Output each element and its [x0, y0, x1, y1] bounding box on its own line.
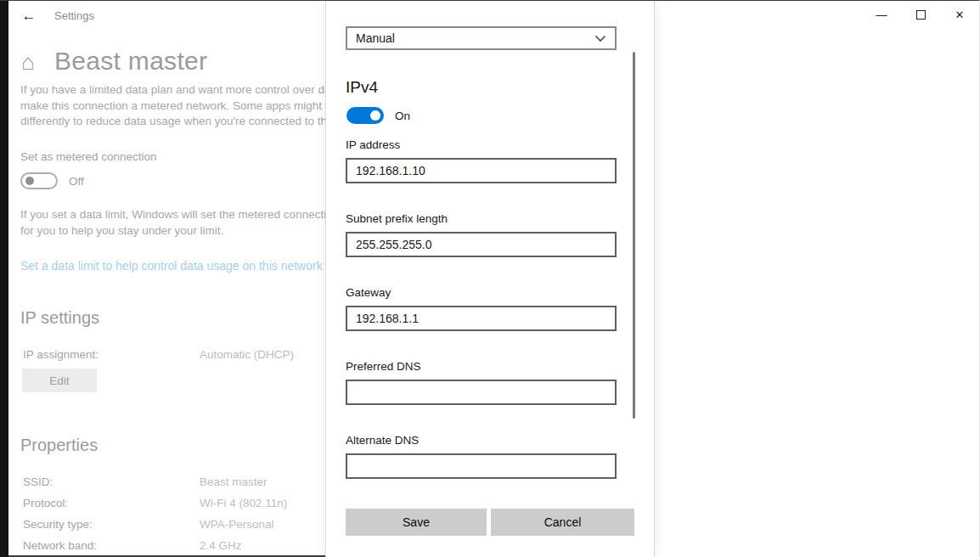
app-title: Settings [54, 9, 94, 22]
ip-address-input[interactable] [346, 158, 617, 183]
save-button[interactable]: Save [346, 509, 487, 536]
ipv4-heading: IPv4 [346, 78, 378, 97]
property-label-network-band: Network band: [23, 539, 97, 552]
ip-settings-heading: IP settings [20, 308, 99, 328]
cancel-button[interactable]: Cancel [491, 509, 634, 536]
close-button[interactable]: ✕ [940, 1, 979, 28]
ip-assignment-dropdown[interactable]: Manual [346, 26, 617, 50]
toggle-knob [25, 177, 34, 185]
alternate-dns-input[interactable] [346, 453, 617, 479]
maximize-icon [916, 10, 926, 20]
property-value-protocol: Wi-Fi 4 (802.11n) [200, 497, 287, 509]
metered-connection-toggle[interactable] [20, 172, 58, 189]
maximize-button[interactable] [901, 1, 940, 28]
alternate-dns-label: Alternate DNS [346, 434, 617, 447]
property-label-protocol: Protocol: [23, 497, 68, 509]
alternate-dns-field: Alternate DNS [346, 434, 617, 479]
edit-ip-settings-button[interactable]: Edit [22, 369, 97, 392]
subnet-prefix-input[interactable] [346, 232, 617, 257]
back-button[interactable]: ← [15, 6, 42, 26]
minimize-icon: — [876, 8, 887, 21]
home-icon: ⌂ [21, 49, 35, 76]
ip-assignment-value: Automatic (DHCP) [200, 348, 294, 361]
preferred-dns-field: Preferred DNS [346, 360, 617, 405]
preferred-dns-label: Preferred DNS [346, 360, 617, 373]
metered-toggle-label: Set as metered connection [20, 150, 157, 163]
ipv4-toggle[interactable] [346, 107, 384, 124]
ipv4-toggle-state: On [395, 110, 410, 122]
subnet-prefix-field: Subnet prefix length [346, 212, 617, 257]
window-left-border [0, 1, 8, 557]
chevron-down-icon [594, 35, 606, 42]
gateway-input[interactable] [346, 306, 617, 331]
subnet-prefix-label: Subnet prefix length [346, 212, 617, 225]
window-caption-controls: — ✕ [862, 1, 979, 28]
ip-assignment-label: IP assignment: [23, 348, 99, 361]
gateway-label: Gateway [346, 286, 617, 299]
property-value-ssid: Beast master [200, 475, 268, 488]
ip-address-label: IP address [346, 138, 617, 151]
dialog-scrollbar[interactable] [633, 52, 635, 419]
toggle-knob [370, 110, 380, 121]
properties-heading: Properties [20, 436, 98, 455]
property-label-ssid: SSID: [23, 475, 53, 488]
property-value-security-type: WPA-Personal [200, 518, 274, 531]
metered-toggle-state: Off [69, 175, 84, 188]
gateway-field: Gateway [346, 286, 617, 331]
ip-address-field: IP address [346, 138, 617, 183]
close-icon: ✕ [955, 8, 965, 21]
property-label-security-type: Security type: [23, 518, 93, 531]
ip-assignment-selected-option: Manual [356, 31, 594, 45]
edit-ip-settings-dialog: Manual IPv4 On IP address Subnet prefix … [325, 1, 655, 557]
preferred-dns-input[interactable] [346, 380, 617, 405]
settings-window: — ✕ ← Settings ⌂ Beast master If you hav… [0, 0, 980, 557]
back-arrow-icon: ← [22, 8, 37, 25]
set-data-limit-link[interactable]: Set a data limit to help control data us… [20, 259, 323, 273]
data-limit-info-text: If you set a data limit, Windows will se… [20, 207, 376, 239]
minimize-button[interactable]: — [862, 1, 901, 28]
property-value-network-band: 2.4 GHz [200, 539, 242, 552]
page-title: Beast master [54, 47, 207, 76]
